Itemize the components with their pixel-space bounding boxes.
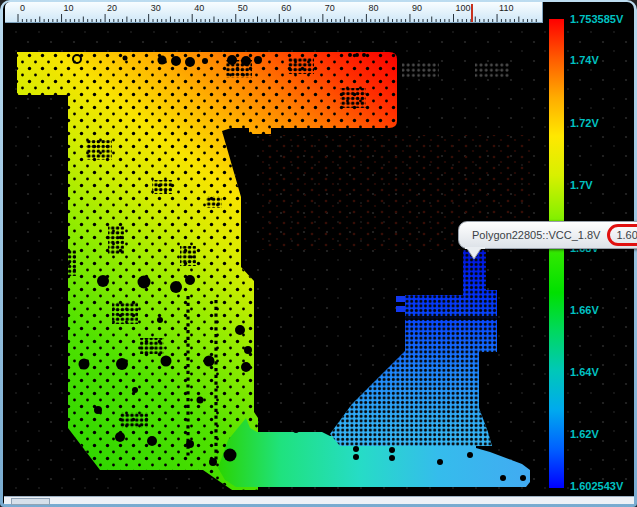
tooltip-voltage-annotated: 1.60439V	[607, 224, 637, 246]
gray-pad-cluster-right	[475, 63, 510, 79]
scale-tick-label: 1.7V	[570, 179, 637, 191]
measurement-tooltip: Polygon22805::VCC_1.8V 1.60439V	[458, 221, 637, 249]
scale-tick-label: 1.602543V	[570, 480, 637, 492]
ruler-number: 80	[368, 3, 378, 13]
tooltip-tail	[465, 247, 485, 260]
cluster-tab	[396, 306, 405, 312]
scale-tick-label: 1.72V	[570, 117, 637, 129]
ruler-number: 60	[281, 3, 291, 13]
ruler-number: 90	[412, 3, 422, 13]
ruler-number: 100	[456, 3, 471, 13]
pcb-voltage-canvas[interactable]	[0, 0, 637, 507]
scale-tick-label: 1.753585V	[570, 13, 637, 25]
horizontal-scrollbar-thumb[interactable]	[11, 498, 50, 505]
cursor-position-marker	[471, 4, 473, 22]
ruler-number: 40	[194, 3, 204, 13]
horizontal-scrollbar[interactable]	[4, 496, 634, 504]
scale-tick-label: 1.64V	[570, 366, 637, 378]
gray-pad-cluster-left	[402, 63, 439, 79]
horizontal-ruler[interactable]: 0102030405060708090100110	[5, 2, 543, 23]
ruler-number: 20	[107, 3, 117, 13]
cluster-tab	[396, 296, 405, 302]
scale-tick-label: 1.66V	[570, 304, 637, 316]
ruler-number: 10	[64, 3, 74, 13]
tooltip-polygon-net: Polygon22805::VCC_1.8V	[472, 229, 600, 241]
ruler-number: 70	[325, 3, 335, 13]
voltage-color-scale	[549, 19, 564, 488]
ruler-number: 50	[238, 3, 248, 13]
voltage-map-stage: 0102030405060708090100110 1.753585V1.74V…	[0, 0, 637, 507]
scale-tick-label: 1.74V	[570, 54, 637, 66]
scale-tick-label: 1.62V	[570, 428, 637, 440]
ruler-number: 110	[499, 3, 513, 13]
ruler-number: 30	[151, 3, 161, 13]
ruler-number: 0	[20, 3, 25, 13]
